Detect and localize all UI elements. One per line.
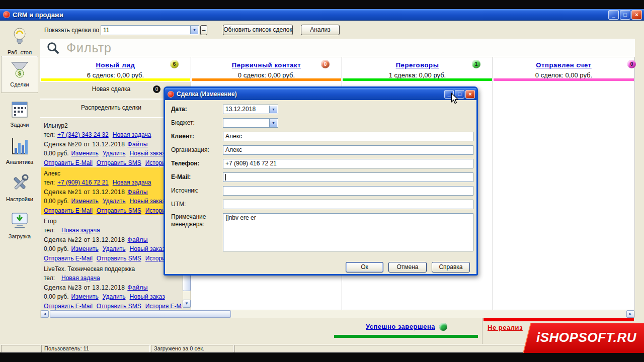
sidebar-item-analytics[interactable]: Аналитика bbox=[1, 134, 38, 165]
phone-field[interactable]: +7 (909) 416 72 21 bbox=[223, 159, 473, 168]
email-field[interactable] bbox=[223, 172, 473, 182]
manager-note-field[interactable]: {jnbv ere er bbox=[223, 213, 473, 251]
help-button[interactable]: Справка bbox=[432, 262, 470, 273]
utm-label: UTM: bbox=[171, 200, 186, 209]
deal-name: Ильнур2 bbox=[44, 122, 68, 129]
source-field[interactable] bbox=[223, 186, 473, 196]
delete-link[interactable]: Удалить bbox=[103, 293, 126, 300]
phone-link[interactable]: +7 (342) 343 24 32 bbox=[57, 131, 109, 138]
cancel-button[interactable]: Отмена bbox=[388, 262, 427, 273]
status-cell-empty bbox=[1, 345, 40, 352]
delete-link[interactable]: Удалить bbox=[103, 245, 126, 252]
delete-link[interactable]: Удалить bbox=[103, 198, 126, 205]
files-link[interactable]: Файлы bbox=[127, 141, 148, 148]
dialog-close-button[interactable]: × bbox=[465, 90, 475, 99]
divider bbox=[40, 99, 182, 100]
phone-label: Телефон: bbox=[171, 159, 199, 168]
status-done-link[interactable]: Успешно завершена bbox=[366, 323, 435, 330]
phone-link[interactable]: +7 (909) 416 72 21 bbox=[57, 179, 109, 186]
kanban-header-first-contact: Первичный контакт 0 0 сделок: 0,00 руб. bbox=[191, 57, 342, 82]
mouse-cursor bbox=[450, 93, 459, 105]
column-title-link[interactable]: Новый лид bbox=[96, 61, 135, 69]
deal-card-selected[interactable]: Алекс тел:+7 (909) 416 72 21Новая задача… bbox=[41, 167, 182, 215]
new-task-link[interactable]: Новая задача bbox=[61, 275, 100, 282]
status-failed-link[interactable]: Не реализ bbox=[488, 324, 523, 331]
sidebar-item-deals[interactable]: $ Сделки bbox=[1, 56, 38, 93]
send-email-link[interactable]: Отправить E-Mail bbox=[44, 255, 93, 262]
delete-link[interactable]: Удалить bbox=[103, 150, 126, 157]
new-order-link[interactable]: Новый заказ bbox=[130, 198, 165, 205]
tel-label: тел: bbox=[44, 179, 55, 186]
utm-field[interactable] bbox=[223, 200, 473, 209]
status-failed-bar bbox=[484, 318, 634, 321]
edit-link[interactable]: Изменить bbox=[71, 245, 99, 252]
sidebar-item-tasks[interactable]: Задачи bbox=[1, 97, 38, 128]
show-deals-combobox[interactable]: 11 ▼ bbox=[101, 25, 199, 35]
sidebar-item-settings[interactable]: Настройки bbox=[1, 171, 38, 202]
deal-amount: 0,00 руб. bbox=[44, 198, 69, 205]
deal-card[interactable]: LiveTex. Техническая поддержка тел:Новая… bbox=[41, 263, 182, 310]
edit-link[interactable]: Изменить bbox=[71, 150, 99, 157]
column-badge: 6 bbox=[170, 60, 179, 68]
send-email-link[interactable]: Отправить E-Mail bbox=[44, 207, 93, 214]
files-link[interactable]: Файлы bbox=[127, 236, 148, 243]
maximize-button[interactable]: □ bbox=[620, 10, 630, 20]
new-order-link[interactable]: Новый заказ bbox=[130, 245, 165, 252]
funnel-icon: $ bbox=[10, 60, 30, 80]
edit-link[interactable]: Изменить bbox=[71, 293, 99, 300]
date-value: 13.12.2018 bbox=[225, 106, 256, 113]
send-email-link[interactable]: Отправить E-Mail bbox=[44, 159, 93, 166]
status-done-section: Успешно завершена bbox=[332, 318, 481, 344]
filter-input[interactable]: Фильтр bbox=[40, 39, 635, 57]
deal-info: Сделка №21 от 13.12.2018 bbox=[44, 189, 125, 196]
text-caret bbox=[225, 174, 226, 180]
history-link[interactable]: История E-Mail bbox=[145, 303, 182, 310]
date-combobox[interactable]: 13.12.2018 ▼ bbox=[223, 105, 278, 114]
new-deal-row[interactable]: Новая сделка bbox=[40, 85, 182, 93]
deal-name: Алекс bbox=[44, 170, 60, 177]
column-title-link[interactable]: Переговоры bbox=[396, 61, 439, 69]
scroll-left-icon[interactable]: ◄ bbox=[41, 310, 49, 318]
minimize-button[interactable]: _ bbox=[608, 10, 619, 20]
deal-info: Сделка №20 от 13.12.2018 bbox=[44, 141, 125, 148]
distribute-deals-row[interactable]: Распределить сделки bbox=[40, 104, 182, 111]
kanban-header-negotiations: Переговоры 1 1 сделка: 0,00 руб. bbox=[342, 57, 493, 82]
files-link[interactable]: Файлы bbox=[127, 284, 148, 291]
scrollbar-thumb[interactable] bbox=[50, 310, 231, 318]
send-sms-link[interactable]: Отправить SMS bbox=[97, 255, 141, 262]
new-order-link[interactable]: Новый заказ bbox=[130, 293, 165, 300]
collapse-button[interactable]: – bbox=[200, 25, 207, 35]
new-task-link[interactable]: Новая задача bbox=[61, 227, 100, 234]
new-order-link[interactable]: Новый заказ bbox=[130, 150, 165, 157]
chevron-down-icon[interactable]: ▼ bbox=[269, 106, 277, 113]
send-sms-link[interactable]: Отправить SMS bbox=[97, 207, 141, 214]
budget-combobox[interactable]: ▼ bbox=[223, 118, 278, 128]
send-sms-link[interactable]: Отправить SMS bbox=[97, 303, 141, 310]
column-title-link[interactable]: Первичный контакт bbox=[232, 61, 301, 69]
edit-link[interactable]: Изменить bbox=[71, 198, 99, 205]
kanban-header-new-lead: Новый лид 6 6 сделок: 0,00 руб. bbox=[40, 57, 191, 82]
send-sms-link[interactable]: Отправить SMS bbox=[97, 159, 141, 166]
scroll-right-icon[interactable]: ► bbox=[626, 310, 634, 318]
sidebar-item-download[interactable]: Загрузка bbox=[1, 209, 38, 239]
sidebar-item-desktop[interactable]: Раб. стол bbox=[1, 25, 38, 55]
new-task-link[interactable]: Новая задача bbox=[113, 179, 151, 186]
organization-field[interactable]: Алекс bbox=[223, 145, 473, 155]
send-email-link[interactable]: Отправить E-Mail bbox=[44, 303, 93, 310]
deal-card[interactable]: Егор тел:Новая задача Сделка №22 от 13.1… bbox=[41, 215, 182, 262]
new-task-link[interactable]: Новая задача bbox=[113, 131, 151, 138]
column-summary: 6 сделок: 0,00 руб. bbox=[40, 71, 191, 79]
client-field[interactable]: Алекс bbox=[223, 132, 473, 141]
close-button[interactable]: × bbox=[631, 10, 642, 20]
chevron-down-icon[interactable]: ▼ bbox=[269, 119, 277, 127]
chevron-down-icon[interactable]: ▼ bbox=[190, 26, 198, 34]
tools-icon bbox=[10, 173, 30, 195]
ok-button[interactable]: Ок bbox=[346, 262, 383, 273]
lightbulb-icon bbox=[10, 26, 30, 48]
column-title-link[interactable]: Отправлен счет bbox=[536, 61, 591, 69]
files-link[interactable]: Файлы bbox=[127, 189, 148, 196]
analysis-button[interactable]: Анализ bbox=[301, 25, 340, 35]
refresh-deals-button[interactable]: Обновить список сделок bbox=[223, 25, 293, 35]
scroll-down-icon[interactable]: ▼ bbox=[183, 300, 191, 308]
deal-card[interactable]: Ильнур2 тел:+7 (342) 343 24 32Новая зада… bbox=[41, 120, 182, 167]
